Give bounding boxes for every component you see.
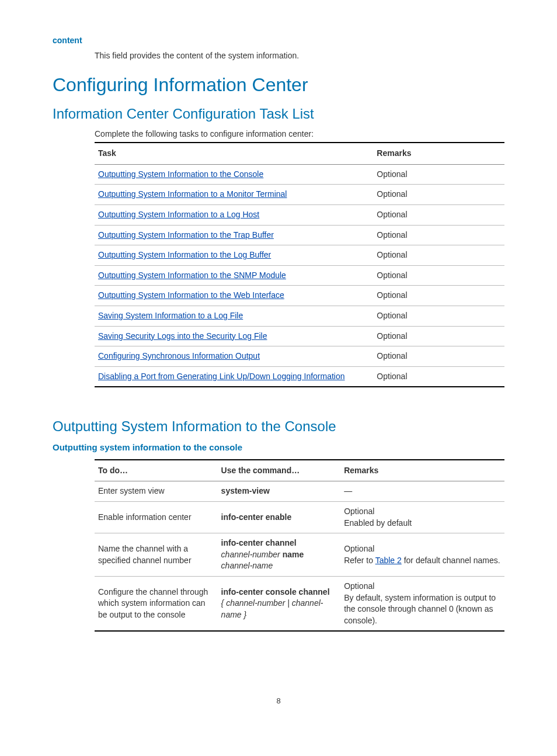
table-row: Configure the channel through which syst… xyxy=(95,577,504,632)
cmd-remarks: — xyxy=(340,481,504,502)
task-remarks: Optional xyxy=(373,204,504,225)
cmd-todo: Name the channel with a specified channe… xyxy=(95,533,218,577)
th-remarks2: Remarks xyxy=(340,460,504,481)
task-link[interactable]: Saving System Information to a Log File xyxy=(98,311,243,320)
task-link[interactable]: Outputting System Information to the Log… xyxy=(98,250,271,259)
task-remarks: Optional xyxy=(373,346,504,367)
cmd-command: info-center console channel{ channel-num… xyxy=(218,577,341,632)
cmd-remarks: OptionalRefer to Table 2 for default cha… xyxy=(340,533,504,577)
task-link[interactable]: Outputting System Information to a Log H… xyxy=(98,210,259,219)
table-row: Disabling a Port from Generating Link Up… xyxy=(95,366,504,387)
table-row: Outputting System Information to the Tra… xyxy=(95,225,504,245)
table-row: Saving System Information to a Log FileO… xyxy=(95,306,504,326)
page-number: 8 xyxy=(53,696,504,706)
content-label: content xyxy=(53,35,504,47)
task-list-table: Task Remarks Outputting System Informati… xyxy=(95,142,504,387)
table-row: Outputting System Information to the Con… xyxy=(95,164,504,185)
task-remarks: Optional xyxy=(373,225,504,245)
table-row: Enable information centerinfo-center ena… xyxy=(95,502,504,533)
section2-subtitle: Outputting system information to the con… xyxy=(53,441,504,453)
task-link[interactable]: Outputting System Information to the SNM… xyxy=(98,271,286,280)
table-row: Saving Security Logs into the Security L… xyxy=(95,326,504,346)
task-remarks: Optional xyxy=(373,286,504,306)
section1-title: Information Center Configuration Task Li… xyxy=(53,104,504,124)
task-link[interactable]: Outputting System Information to the Con… xyxy=(98,169,263,179)
task-link[interactable]: Outputting System Information to a Monit… xyxy=(98,189,287,199)
table-row: Outputting System Information to the Web… xyxy=(95,286,504,306)
task-link[interactable]: Disabling a Port from Generating Link Up… xyxy=(98,372,345,381)
cmd-command: info-center channelchannel-number namech… xyxy=(218,533,341,577)
section2-title: Outputting System Information to the Con… xyxy=(53,417,504,436)
table-row: Configuring Synchronous Information Outp… xyxy=(95,346,504,367)
cmd-todo: Enter system view xyxy=(95,481,218,502)
cmd-remarks: OptionalEnabled by default xyxy=(340,502,504,533)
cmd-command: info-center enable xyxy=(218,502,341,533)
th-cmd: Use the command… xyxy=(218,460,341,481)
table-row: Enter system viewsystem-view— xyxy=(95,481,504,502)
th-todo: To do… xyxy=(95,460,218,481)
cmd-remarks: OptionalBy default, system information i… xyxy=(340,577,504,632)
task-remarks: Optional xyxy=(373,265,504,286)
task-link[interactable]: Saving Security Logs into the Security L… xyxy=(98,331,267,341)
table-row: Name the channel with a specified channe… xyxy=(95,533,504,577)
task-remarks: Optional xyxy=(373,366,504,387)
task-link[interactable]: Outputting System Information to the Web… xyxy=(98,290,284,300)
content-desc: This field provides the content of the s… xyxy=(95,50,504,62)
task-link[interactable]: Configuring Synchronous Information Outp… xyxy=(98,351,260,360)
command-table: To do… Use the command… Remarks Enter sy… xyxy=(95,459,504,632)
task-link[interactable]: Outputting System Information to the Tra… xyxy=(98,230,274,240)
table-ref-link[interactable]: Table 2 xyxy=(375,556,402,565)
table-row: Outputting System Information to the SNM… xyxy=(95,265,504,286)
task-remarks: Optional xyxy=(373,185,504,205)
table-row: Outputting System Information to a Monit… xyxy=(95,185,504,205)
cmd-todo: Configure the channel through which syst… xyxy=(95,577,218,632)
task-remarks: Optional xyxy=(373,164,504,185)
task-remarks: Optional xyxy=(373,306,504,326)
page-title-h1: Configuring Information Center xyxy=(53,72,504,98)
table-row: Outputting System Information to the Log… xyxy=(95,245,504,266)
table-row: Outputting System Information to a Log H… xyxy=(95,204,504,225)
section1-intro: Complete the following tasks to configur… xyxy=(95,129,504,140)
cmd-command: system-view xyxy=(218,481,341,502)
th-remarks: Remarks xyxy=(373,143,504,164)
task-remarks: Optional xyxy=(373,245,504,266)
th-task: Task xyxy=(95,143,373,164)
task-remarks: Optional xyxy=(373,326,504,346)
cmd-todo: Enable information center xyxy=(95,502,218,533)
